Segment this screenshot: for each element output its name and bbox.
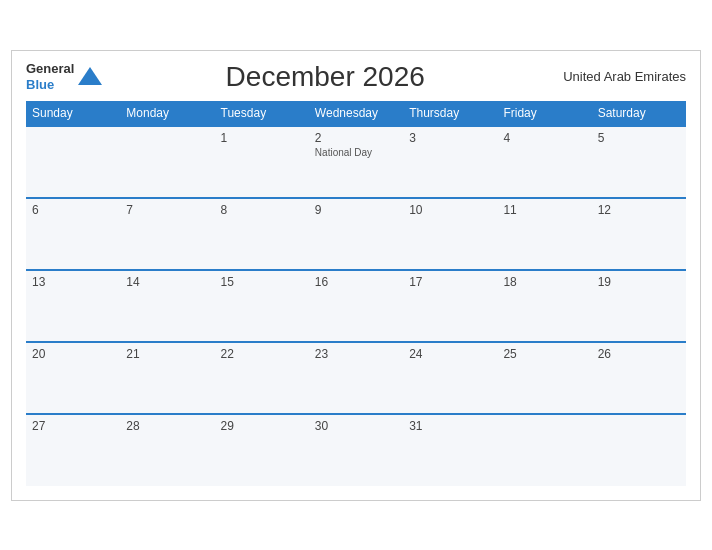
week-row-5: 2728293031 <box>26 414 686 486</box>
calendar-cell: 18 <box>497 270 591 342</box>
day-number: 1 <box>221 131 303 145</box>
weekday-header: SundayMondayTuesdayWednesdayThursdayFrid… <box>26 101 686 126</box>
calendar-header: General Blue December 2026 United Arab E… <box>26 61 686 93</box>
calendar-cell: 11 <box>497 198 591 270</box>
day-number: 23 <box>315 347 397 361</box>
day-number: 6 <box>32 203 114 217</box>
logo-blue: Blue <box>26 77 74 93</box>
calendar-header-row: SundayMondayTuesdayWednesdayThursdayFrid… <box>26 101 686 126</box>
day-number: 9 <box>315 203 397 217</box>
calendar-title: December 2026 <box>104 61 546 93</box>
calendar-cell: 22 <box>215 342 309 414</box>
day-number: 8 <box>221 203 303 217</box>
calendar-cell: 6 <box>26 198 120 270</box>
weekday-monday: Monday <box>120 101 214 126</box>
logo-icon <box>76 63 104 91</box>
weekday-tuesday: Tuesday <box>215 101 309 126</box>
day-number: 18 <box>503 275 585 289</box>
weekday-friday: Friday <box>497 101 591 126</box>
weekday-sunday: Sunday <box>26 101 120 126</box>
logo-general: General <box>26 61 74 77</box>
day-number: 7 <box>126 203 208 217</box>
day-number: 31 <box>409 419 491 433</box>
day-number: 24 <box>409 347 491 361</box>
day-number: 19 <box>598 275 680 289</box>
calendar-cell: 25 <box>497 342 591 414</box>
calendar-cell <box>26 126 120 198</box>
calendar-cell: 17 <box>403 270 497 342</box>
calendar-cell: 28 <box>120 414 214 486</box>
day-number: 11 <box>503 203 585 217</box>
calendar-cell: 29 <box>215 414 309 486</box>
calendar-cell: 14 <box>120 270 214 342</box>
calendar-cell: 15 <box>215 270 309 342</box>
calendar-cell <box>497 414 591 486</box>
calendar-cell: 13 <box>26 270 120 342</box>
calendar-cell: 23 <box>309 342 403 414</box>
day-number: 25 <box>503 347 585 361</box>
calendar-cell: 5 <box>592 126 686 198</box>
calendar-cell: 12 <box>592 198 686 270</box>
day-number: 16 <box>315 275 397 289</box>
svg-marker-0 <box>78 67 102 85</box>
day-number: 15 <box>221 275 303 289</box>
day-number: 10 <box>409 203 491 217</box>
logo-text: General Blue <box>26 61 74 92</box>
day-number: 29 <box>221 419 303 433</box>
day-number: 30 <box>315 419 397 433</box>
calendar-cell: 20 <box>26 342 120 414</box>
calendar-cell <box>120 126 214 198</box>
week-row-2: 6789101112 <box>26 198 686 270</box>
weekday-thursday: Thursday <box>403 101 497 126</box>
day-number: 20 <box>32 347 114 361</box>
day-number: 28 <box>126 419 208 433</box>
day-number: 5 <box>598 131 680 145</box>
calendar-cell: 16 <box>309 270 403 342</box>
logo: General Blue <box>26 61 104 92</box>
day-number: 21 <box>126 347 208 361</box>
calendar-cell: 31 <box>403 414 497 486</box>
calendar-cell: 1 <box>215 126 309 198</box>
weekday-saturday: Saturday <box>592 101 686 126</box>
country-label: United Arab Emirates <box>546 69 686 84</box>
calendar-cell: 10 <box>403 198 497 270</box>
day-number: 27 <box>32 419 114 433</box>
calendar-body: 12National Day34567891011121314151617181… <box>26 126 686 486</box>
calendar-cell: 3 <box>403 126 497 198</box>
calendar-cell: 8 <box>215 198 309 270</box>
calendar-cell: 7 <box>120 198 214 270</box>
calendar-cell: 9 <box>309 198 403 270</box>
calendar-cell: 24 <box>403 342 497 414</box>
calendar-cell: 2National Day <box>309 126 403 198</box>
day-number: 4 <box>503 131 585 145</box>
day-number: 13 <box>32 275 114 289</box>
day-number: 2 <box>315 131 397 145</box>
day-number: 22 <box>221 347 303 361</box>
calendar-cell: 27 <box>26 414 120 486</box>
week-row-1: 12National Day345 <box>26 126 686 198</box>
week-row-4: 20212223242526 <box>26 342 686 414</box>
week-row-3: 13141516171819 <box>26 270 686 342</box>
calendar-table: SundayMondayTuesdayWednesdayThursdayFrid… <box>26 101 686 486</box>
calendar-cell: 19 <box>592 270 686 342</box>
calendar-cell: 26 <box>592 342 686 414</box>
calendar-cell: 4 <box>497 126 591 198</box>
day-number: 14 <box>126 275 208 289</box>
day-number: 26 <box>598 347 680 361</box>
calendar-container: General Blue December 2026 United Arab E… <box>11 50 701 501</box>
day-number: 3 <box>409 131 491 145</box>
day-number: 12 <box>598 203 680 217</box>
calendar-cell: 21 <box>120 342 214 414</box>
calendar-cell <box>592 414 686 486</box>
holiday-label: National Day <box>315 147 397 158</box>
calendar-cell: 30 <box>309 414 403 486</box>
day-number: 17 <box>409 275 491 289</box>
weekday-wednesday: Wednesday <box>309 101 403 126</box>
